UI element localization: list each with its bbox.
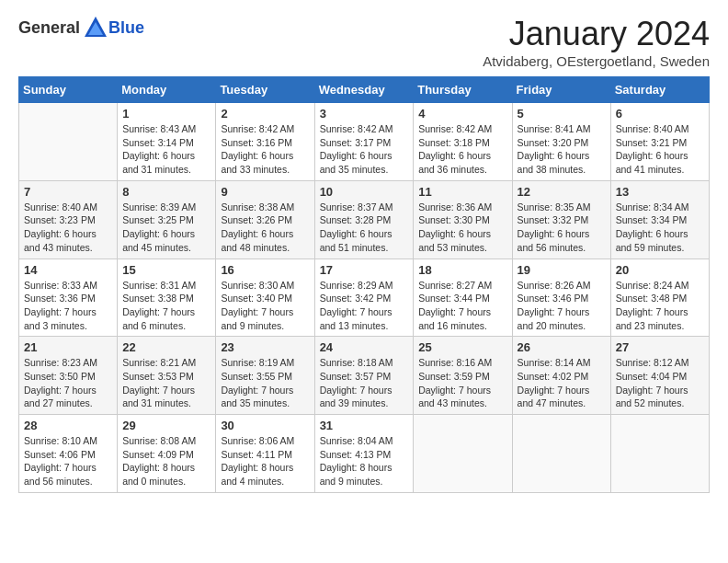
calendar-cell: 26Sunrise: 8:14 AM Sunset: 4:02 PM Dayli…	[512, 337, 610, 415]
day-number: 20	[616, 263, 704, 277]
calendar-cell: 28Sunrise: 8:10 AM Sunset: 4:06 PM Dayli…	[19, 415, 118, 493]
day-number: 14	[24, 263, 112, 277]
header: General Blue January 2024 Atvidaberg, OE…	[18, 15, 710, 69]
header-day-friday: Friday	[512, 77, 610, 103]
calendar-cell: 21Sunrise: 8:23 AM Sunset: 3:50 PM Dayli…	[19, 337, 118, 415]
logo: General Blue	[18, 15, 144, 40]
day-number: 7	[24, 185, 112, 199]
day-info: Sunrise: 8:18 AM Sunset: 3:57 PM Dayligh…	[320, 356, 409, 410]
header-day-saturday: Saturday	[610, 77, 709, 103]
day-number: 12	[518, 185, 606, 199]
day-info: Sunrise: 8:36 AM Sunset: 3:30 PM Dayligh…	[418, 201, 506, 255]
calendar-cell: 3Sunrise: 8:42 AM Sunset: 3:17 PM Daylig…	[314, 103, 414, 181]
calendar-cell: 8Sunrise: 8:39 AM Sunset: 3:25 PM Daylig…	[118, 180, 216, 259]
calendar-cell: 25Sunrise: 8:16 AM Sunset: 3:59 PM Dayli…	[414, 337, 512, 415]
day-info: Sunrise: 8:14 AM Sunset: 4:02 PM Dayligh…	[518, 356, 606, 410]
calendar-cell: 4Sunrise: 8:42 AM Sunset: 3:18 PM Daylig…	[414, 103, 512, 181]
day-number: 21	[24, 340, 112, 354]
day-number: 23	[221, 340, 309, 354]
day-info: Sunrise: 8:40 AM Sunset: 3:23 PM Dayligh…	[24, 201, 112, 255]
day-info: Sunrise: 8:10 AM Sunset: 4:06 PM Dayligh…	[24, 434, 112, 488]
calendar-cell: 16Sunrise: 8:30 AM Sunset: 3:40 PM Dayli…	[216, 259, 314, 337]
week-row-1: 1Sunrise: 8:43 AM Sunset: 3:14 PM Daylig…	[19, 103, 710, 181]
calendar-cell: 15Sunrise: 8:31 AM Sunset: 3:38 PM Dayli…	[118, 259, 216, 337]
calendar-cell: 6Sunrise: 8:40 AM Sunset: 3:21 PM Daylig…	[610, 103, 709, 181]
day-info: Sunrise: 8:06 AM Sunset: 4:11 PM Dayligh…	[221, 434, 309, 488]
day-number: 17	[320, 263, 409, 277]
day-info: Sunrise: 8:42 AM Sunset: 3:17 PM Dayligh…	[320, 122, 409, 177]
calendar-cell	[610, 415, 709, 493]
calendar-cell: 10Sunrise: 8:37 AM Sunset: 3:28 PM Dayli…	[314, 180, 414, 259]
header-day-monday: Monday	[118, 77, 216, 103]
calendar-cell	[414, 415, 512, 493]
calendar-cell: 22Sunrise: 8:21 AM Sunset: 3:53 PM Dayli…	[118, 337, 216, 415]
day-number: 28	[24, 419, 112, 432]
day-info: Sunrise: 8:34 AM Sunset: 3:34 PM Dayligh…	[616, 201, 704, 255]
day-info: Sunrise: 8:31 AM Sunset: 3:38 PM Dayligh…	[122, 279, 210, 333]
day-number: 24	[320, 340, 409, 354]
calendar-header: SundayMondayTuesdayWednesdayThursdayFrid…	[19, 77, 710, 103]
day-number: 16	[221, 263, 309, 277]
day-info: Sunrise: 8:42 AM Sunset: 3:16 PM Dayligh…	[221, 122, 309, 177]
day-number: 26	[518, 340, 606, 354]
calendar-cell: 29Sunrise: 8:08 AM Sunset: 4:09 PM Dayli…	[118, 415, 216, 493]
calendar-table: SundayMondayTuesdayWednesdayThursdayFrid…	[18, 76, 710, 493]
header-day-thursday: Thursday	[414, 77, 512, 103]
day-info: Sunrise: 8:37 AM Sunset: 3:28 PM Dayligh…	[320, 201, 409, 255]
day-number: 3	[320, 107, 409, 121]
calendar-cell: 14Sunrise: 8:33 AM Sunset: 3:36 PM Dayli…	[19, 259, 118, 337]
day-info: Sunrise: 8:30 AM Sunset: 3:40 PM Dayligh…	[221, 279, 309, 333]
calendar-cell: 19Sunrise: 8:26 AM Sunset: 3:46 PM Dayli…	[512, 259, 610, 337]
header-row: SundayMondayTuesdayWednesdayThursdayFrid…	[19, 77, 710, 103]
day-info: Sunrise: 8:43 AM Sunset: 3:14 PM Dayligh…	[122, 122, 210, 177]
day-number: 25	[418, 340, 506, 354]
day-info: Sunrise: 8:12 AM Sunset: 4:04 PM Dayligh…	[616, 356, 704, 410]
calendar-cell: 9Sunrise: 8:38 AM Sunset: 3:26 PM Daylig…	[216, 180, 314, 259]
calendar-cell: 13Sunrise: 8:34 AM Sunset: 3:34 PM Dayli…	[610, 180, 709, 259]
day-number: 2	[221, 107, 309, 121]
calendar-cell: 30Sunrise: 8:06 AM Sunset: 4:11 PM Dayli…	[216, 415, 314, 493]
day-number: 27	[616, 340, 704, 354]
week-row-2: 7Sunrise: 8:40 AM Sunset: 3:23 PM Daylig…	[19, 180, 710, 259]
week-row-5: 28Sunrise: 8:10 AM Sunset: 4:06 PM Dayli…	[19, 415, 710, 493]
calendar-cell: 17Sunrise: 8:29 AM Sunset: 3:42 PM Dayli…	[314, 259, 414, 337]
day-info: Sunrise: 8:33 AM Sunset: 3:36 PM Dayligh…	[24, 279, 112, 333]
day-number: 30	[221, 419, 309, 432]
calendar-cell: 1Sunrise: 8:43 AM Sunset: 3:14 PM Daylig…	[118, 103, 216, 181]
day-number: 29	[122, 419, 210, 432]
day-info: Sunrise: 8:40 AM Sunset: 3:21 PM Dayligh…	[616, 122, 704, 177]
day-number: 15	[122, 263, 210, 277]
day-number: 18	[418, 263, 506, 277]
day-number: 6	[616, 107, 704, 121]
day-number: 1	[122, 107, 210, 121]
calendar-cell: 18Sunrise: 8:27 AM Sunset: 3:44 PM Dayli…	[414, 259, 512, 337]
day-info: Sunrise: 8:04 AM Sunset: 4:13 PM Dayligh…	[320, 434, 409, 488]
day-info: Sunrise: 8:08 AM Sunset: 4:09 PM Dayligh…	[122, 434, 210, 488]
day-number: 31	[320, 419, 409, 432]
calendar-cell: 27Sunrise: 8:12 AM Sunset: 4:04 PM Dayli…	[610, 337, 709, 415]
day-number: 13	[616, 185, 704, 199]
day-info: Sunrise: 8:19 AM Sunset: 3:55 PM Dayligh…	[221, 356, 309, 410]
day-info: Sunrise: 8:27 AM Sunset: 3:44 PM Dayligh…	[418, 279, 506, 333]
day-info: Sunrise: 8:35 AM Sunset: 3:32 PM Dayligh…	[518, 201, 606, 255]
day-number: 19	[518, 263, 606, 277]
day-info: Sunrise: 8:39 AM Sunset: 3:25 PM Dayligh…	[122, 201, 210, 255]
calendar-cell: 20Sunrise: 8:24 AM Sunset: 3:48 PM Dayli…	[610, 259, 709, 337]
day-info: Sunrise: 8:41 AM Sunset: 3:20 PM Dayligh…	[518, 122, 606, 177]
header-day-sunday: Sunday	[19, 77, 118, 103]
day-number: 8	[122, 185, 210, 199]
header-day-wednesday: Wednesday	[314, 77, 414, 103]
calendar-cell: 23Sunrise: 8:19 AM Sunset: 3:55 PM Dayli…	[216, 337, 314, 415]
title-section: January 2024 Atvidaberg, OEstergoetland,…	[483, 15, 710, 69]
calendar-cell	[512, 415, 610, 493]
calendar-body: 1Sunrise: 8:43 AM Sunset: 3:14 PM Daylig…	[19, 103, 710, 493]
day-info: Sunrise: 8:26 AM Sunset: 3:46 PM Dayligh…	[518, 279, 606, 333]
logo-icon	[83, 15, 108, 40]
day-number: 22	[122, 340, 210, 354]
day-number: 4	[418, 107, 506, 121]
logo-blue: Blue	[108, 18, 144, 38]
calendar-cell: 11Sunrise: 8:36 AM Sunset: 3:30 PM Dayli…	[414, 180, 512, 259]
day-info: Sunrise: 8:29 AM Sunset: 3:42 PM Dayligh…	[320, 279, 409, 333]
day-info: Sunrise: 8:38 AM Sunset: 3:26 PM Dayligh…	[221, 201, 309, 255]
day-number: 5	[518, 107, 606, 121]
